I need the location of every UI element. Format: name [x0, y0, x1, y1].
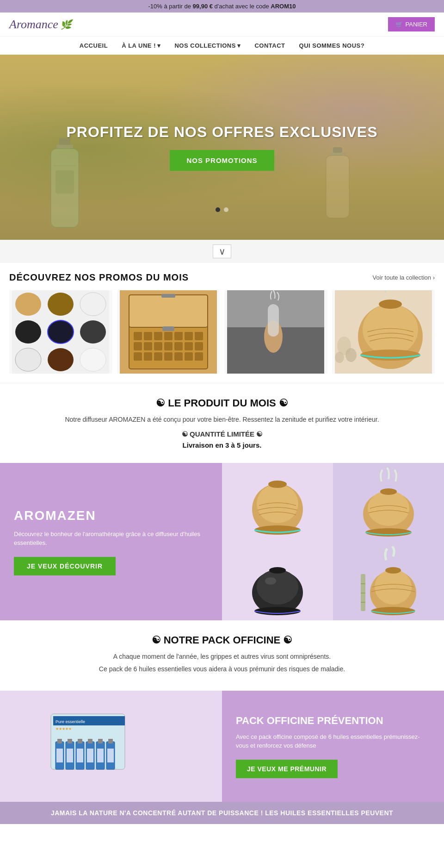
svg-point-71 — [375, 569, 412, 605]
svg-rect-86 — [68, 739, 72, 743]
view-collection-link[interactable]: Voir toute la collection › — [373, 274, 435, 281]
diffuser-collection-icon — [12, 290, 109, 374]
nav-qui-sommes-label: QUI SOMMES NOUS? — [299, 42, 365, 49]
pack-officine-section: ☯ NOTRE PACK OFFICINE ☯ A chaque moment … — [0, 620, 444, 686]
svg-point-53 — [379, 300, 402, 309]
bottom-banner: JAMAIS LA NATURE N'A CONCENTRÉ AUTANT DE… — [0, 802, 444, 824]
cart-icon: 🛒 — [395, 21, 403, 28]
svg-rect-77 — [361, 602, 365, 603]
top-banner: -10% à partir de 99,90 € d'achat avec le… — [0, 0, 444, 12]
wood-box-icon — [120, 290, 217, 374]
nav-collections-dropdown-icon: ▾ — [237, 42, 241, 49]
svg-rect-39 — [164, 352, 173, 361]
aromazen-diffuser-light-icon — [247, 468, 308, 537]
large-diffuser-icon — [335, 290, 432, 374]
products-grid — [9, 290, 435, 374]
svg-rect-34 — [185, 342, 193, 350]
svg-rect-20 — [129, 295, 208, 327]
svg-point-68 — [269, 567, 286, 574]
svg-rect-75 — [361, 583, 365, 584]
pack-officine-title: ☯ NOTRE PACK OFFICINE ☯ — [37, 634, 407, 646]
pack-product-info: PACK OFFICINE PRÉVENTION Avec ce pack of… — [222, 691, 444, 802]
svg-rect-92 — [98, 739, 103, 743]
svg-rect-23 — [144, 332, 152, 340]
nav-ala-une[interactable]: À LA UNE ! ▾ — [122, 42, 160, 49]
svg-rect-98 — [87, 749, 93, 762]
svg-point-64 — [380, 488, 397, 495]
main-nav: ACCUEIL À LA UNE ! ▾ NOS COLLECTIONS ▾ C… — [0, 36, 444, 55]
aromazen-diffuser-3 — [222, 542, 333, 620]
bottom-banner-text: JAMAIS LA NATURE N'A CONCENTRÉ AUTANT DE… — [51, 809, 393, 817]
hero-dot-2[interactable] — [224, 207, 228, 212]
car-diffuser-icon — [227, 290, 324, 374]
svg-point-17 — [80, 348, 106, 371]
nav-accueil-label: ACCUEIL — [80, 42, 108, 49]
logo[interactable]: Aromance 🌿 — [9, 18, 72, 31]
svg-rect-27 — [185, 332, 193, 340]
svg-rect-40 — [174, 352, 183, 361]
nav-qui-sommes[interactable]: QUI SOMMES NOUS? — [299, 42, 365, 49]
svg-rect-42 — [195, 352, 203, 361]
nav-collections[interactable]: NOS COLLECTIONS ▾ — [174, 42, 240, 49]
product-month-desc: Notre diffuseur AROMAZEN a été conçu pou… — [37, 415, 407, 425]
svg-point-55 — [345, 348, 357, 362]
hero-content: PROFITEZ DE NOS OFFRES EXCLUSIVES NOS PR… — [66, 124, 377, 171]
product-month-livraison: Livraison en 3 à 5 jours. — [37, 441, 407, 449]
product-card-4[interactable] — [332, 290, 435, 374]
svg-point-14 — [80, 320, 106, 343]
product-month-quantite: ☯ QUANTITÉ LIMITÉE ☯ — [37, 430, 407, 438]
svg-point-62 — [368, 491, 409, 526]
svg-rect-90 — [88, 739, 92, 743]
svg-point-9 — [15, 293, 41, 316]
svg-point-73 — [385, 567, 401, 574]
logo-text: Aromance — [9, 18, 58, 31]
svg-rect-33 — [174, 342, 183, 350]
banner-text: -10% à partir de — [148, 3, 191, 10]
svg-point-66 — [257, 569, 298, 605]
svg-rect-95 — [56, 749, 63, 762]
svg-rect-29 — [134, 342, 142, 350]
svg-rect-48 — [268, 304, 279, 337]
hero-promotions-button[interactable]: NOS PROMOTIONS — [170, 150, 274, 171]
pack-product-title: PACK OFFICINE PRÉVENTION — [236, 715, 430, 727]
product-card-1[interactable] — [9, 290, 112, 374]
svg-rect-38 — [154, 352, 162, 361]
pack-officine-desc1: A chaque moment de l'année, les grippes … — [37, 652, 407, 662]
product-month-title: ☯ LE PRODUIT DU MOIS ☯ — [37, 397, 407, 409]
product-image-2 — [117, 290, 220, 374]
scroll-down-button[interactable]: ∨ — [213, 244, 231, 258]
svg-rect-84 — [57, 739, 62, 743]
svg-rect-94 — [108, 739, 113, 743]
hero-title: PROFITEZ DE NOS OFFRES EXCLUSIVES — [66, 124, 377, 141]
product-card-3[interactable] — [224, 290, 327, 374]
hero-dot-1[interactable] — [216, 207, 220, 212]
svg-rect-100 — [107, 749, 114, 762]
promos-section: DÉCOUVREZ NOS PROMOS DU MOIS Voir toute … — [0, 263, 444, 383]
nav-accueil[interactable]: ACCUEIL — [80, 42, 108, 49]
aromazen-discover-button[interactable]: JE VEUX DÉCOUVRIR — [14, 557, 116, 575]
svg-rect-88 — [78, 739, 82, 743]
banner-code: AROM10 — [271, 3, 296, 10]
aromazen-title: AROMAZEN — [14, 508, 208, 523]
pack-product-desc: Avec ce pack officine composé de 6 huile… — [236, 732, 430, 750]
nav-contact[interactable]: CONTACT — [254, 42, 285, 49]
aromazen-diffuser-4 — [333, 542, 444, 620]
cart-button[interactable]: 🛒 PANIER — [388, 17, 435, 31]
chevron-down-icon: ∨ — [219, 246, 226, 257]
aromazen-diffuser-1 — [222, 463, 333, 542]
svg-rect-35 — [195, 342, 203, 350]
product-month-section: ☯ LE PRODUIT DU MOIS ☯ Notre diffuseur A… — [0, 383, 444, 463]
product-card-2[interactable] — [117, 290, 220, 374]
nav-ala-une-label: À LA UNE ! — [122, 42, 156, 49]
svg-rect-37 — [144, 352, 152, 361]
aromazen-section: AROMAZEN Découvrez le bonheur de l'aroma… — [0, 463, 444, 620]
svg-rect-28 — [195, 332, 203, 340]
pack-premunir-button[interactable]: JE VEUX ME PRÉMUNIR — [236, 760, 338, 778]
scroll-down-section: ∨ — [0, 240, 444, 263]
product-image-3 — [224, 290, 327, 374]
aromazen-diffuser-2 — [333, 463, 444, 542]
aromazen-left-panel: AROMAZEN Découvrez le bonheur de l'aroma… — [0, 463, 222, 620]
svg-rect-31 — [154, 342, 162, 350]
svg-point-11 — [80, 293, 106, 316]
aromazen-diffuser-dark-icon — [247, 546, 308, 616]
